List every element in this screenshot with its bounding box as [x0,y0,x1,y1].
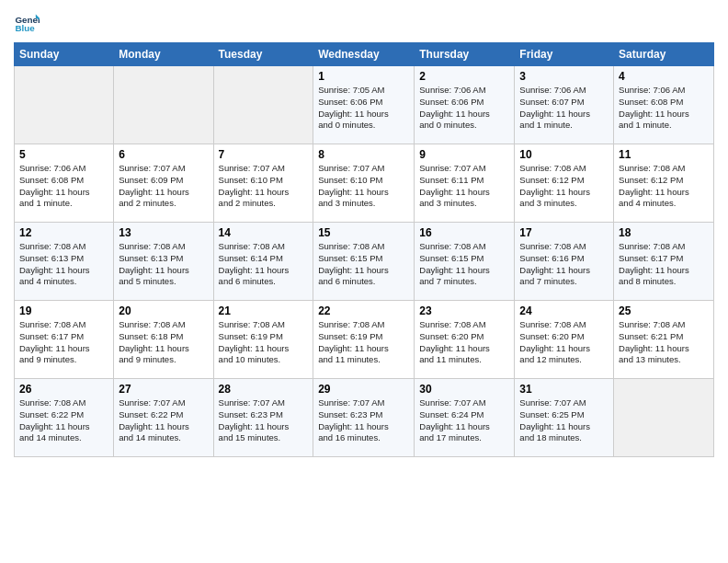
header-row: SundayMondayTuesdayWednesdayThursdayFrid… [15,43,714,66]
day-cell: 26Sunrise: 7:08 AM Sunset: 6:22 PM Dayli… [15,379,114,457]
day-number: 6 [119,148,208,161]
day-number: 22 [318,304,409,317]
day-info: Sunrise: 7:06 AM Sunset: 6:08 PM Dayligh… [19,163,108,210]
day-number: 29 [318,383,409,396]
day-cell: 7Sunrise: 7:07 AM Sunset: 6:10 PM Daylig… [213,144,313,223]
day-info: Sunrise: 7:08 AM Sunset: 6:20 PM Dayligh… [419,319,509,366]
day-cell: 13Sunrise: 7:08 AM Sunset: 6:13 PM Dayli… [114,223,213,301]
day-info: Sunrise: 7:08 AM Sunset: 6:19 PM Dayligh… [219,319,309,366]
day-number: 31 [519,383,609,396]
week-row-3: 19Sunrise: 7:08 AM Sunset: 6:17 PM Dayli… [15,301,714,379]
day-info: Sunrise: 7:08 AM Sunset: 6:17 PM Dayligh… [619,241,709,288]
day-cell: 23Sunrise: 7:08 AM Sunset: 6:20 PM Dayli… [415,301,515,379]
header-cell-saturday: Saturday [614,43,714,66]
logo-icon: General Blue [14,9,40,35]
day-info: Sunrise: 7:08 AM Sunset: 6:16 PM Dayligh… [519,241,609,288]
header-cell-tuesday: Tuesday [213,43,313,66]
day-info: Sunrise: 7:06 AM Sunset: 6:07 PM Dayligh… [519,85,609,132]
calendar-header: SundayMondayTuesdayWednesdayThursdayFrid… [15,43,714,66]
day-cell: 8Sunrise: 7:07 AM Sunset: 6:10 PM Daylig… [313,144,415,223]
day-info: Sunrise: 7:08 AM Sunset: 6:14 PM Dayligh… [219,241,309,288]
day-info: Sunrise: 7:07 AM Sunset: 6:23 PM Dayligh… [318,397,409,444]
day-number: 13 [119,226,208,239]
day-cell [114,66,213,144]
day-number: 12 [19,226,108,239]
day-info: Sunrise: 7:07 AM Sunset: 6:10 PM Dayligh… [219,163,309,210]
day-cell: 30Sunrise: 7:07 AM Sunset: 6:24 PM Dayli… [415,379,515,457]
day-cell [213,66,313,144]
day-cell: 11Sunrise: 7:08 AM Sunset: 6:12 PM Dayli… [614,144,714,223]
day-cell: 20Sunrise: 7:08 AM Sunset: 6:18 PM Dayli… [114,301,213,379]
day-cell: 4Sunrise: 7:06 AM Sunset: 6:08 PM Daylig… [614,66,714,144]
day-cell: 14Sunrise: 7:08 AM Sunset: 6:14 PM Dayli… [213,223,313,301]
day-number: 17 [519,226,609,239]
day-number: 26 [19,383,108,396]
day-cell: 17Sunrise: 7:08 AM Sunset: 6:16 PM Dayli… [515,223,614,301]
day-cell: 3Sunrise: 7:06 AM Sunset: 6:07 PM Daylig… [515,66,614,144]
day-number: 23 [419,304,509,317]
header-cell-sunday: Sunday [15,43,114,66]
header-cell-friday: Friday [515,43,614,66]
day-info: Sunrise: 7:08 AM Sunset: 6:13 PM Dayligh… [119,241,208,288]
page-header: General Blue [14,9,714,35]
day-info: Sunrise: 7:07 AM Sunset: 6:09 PM Dayligh… [119,163,208,210]
day-info: Sunrise: 7:08 AM Sunset: 6:22 PM Dayligh… [19,397,108,444]
day-cell: 10Sunrise: 7:08 AM Sunset: 6:12 PM Dayli… [515,144,614,223]
day-info: Sunrise: 7:08 AM Sunset: 6:13 PM Dayligh… [19,241,108,288]
day-info: Sunrise: 7:08 AM Sunset: 6:12 PM Dayligh… [519,163,609,210]
day-number: 21 [219,304,309,317]
day-cell: 22Sunrise: 7:08 AM Sunset: 6:19 PM Dayli… [313,301,415,379]
day-cell: 28Sunrise: 7:07 AM Sunset: 6:23 PM Dayli… [213,379,313,457]
day-info: Sunrise: 7:07 AM Sunset: 6:24 PM Dayligh… [419,397,509,444]
day-cell: 2Sunrise: 7:06 AM Sunset: 6:06 PM Daylig… [415,66,515,144]
day-number: 8 [318,148,409,161]
day-info: Sunrise: 7:08 AM Sunset: 6:20 PM Dayligh… [519,319,609,366]
day-cell: 9Sunrise: 7:07 AM Sunset: 6:11 PM Daylig… [415,144,515,223]
day-number: 14 [219,226,309,239]
header-cell-thursday: Thursday [415,43,515,66]
day-cell: 25Sunrise: 7:08 AM Sunset: 6:21 PM Dayli… [614,301,714,379]
day-cell: 19Sunrise: 7:08 AM Sunset: 6:17 PM Dayli… [15,301,114,379]
week-row-4: 26Sunrise: 7:08 AM Sunset: 6:22 PM Dayli… [15,379,714,457]
day-cell: 18Sunrise: 7:08 AM Sunset: 6:17 PM Dayli… [614,223,714,301]
day-number: 9 [419,148,509,161]
week-row-1: 5Sunrise: 7:06 AM Sunset: 6:08 PM Daylig… [15,144,714,223]
day-cell: 21Sunrise: 7:08 AM Sunset: 6:19 PM Dayli… [213,301,313,379]
day-cell: 27Sunrise: 7:07 AM Sunset: 6:22 PM Dayli… [114,379,213,457]
day-number: 4 [619,70,709,83]
day-number: 5 [19,148,108,161]
day-info: Sunrise: 7:07 AM Sunset: 6:10 PM Dayligh… [318,163,409,210]
calendar-body: 1Sunrise: 7:05 AM Sunset: 6:06 PM Daylig… [15,66,714,457]
day-cell: 5Sunrise: 7:06 AM Sunset: 6:08 PM Daylig… [15,144,114,223]
day-number: 28 [219,383,309,396]
day-info: Sunrise: 7:08 AM Sunset: 6:17 PM Dayligh… [19,319,108,366]
day-info: Sunrise: 7:06 AM Sunset: 6:08 PM Dayligh… [619,85,709,132]
day-info: Sunrise: 7:05 AM Sunset: 6:06 PM Dayligh… [318,85,409,132]
week-row-0: 1Sunrise: 7:05 AM Sunset: 6:06 PM Daylig… [15,66,714,144]
day-cell [15,66,114,144]
day-number: 25 [619,304,709,317]
day-info: Sunrise: 7:08 AM Sunset: 6:18 PM Dayligh… [119,319,208,366]
header-cell-monday: Monday [114,43,213,66]
day-info: Sunrise: 7:07 AM Sunset: 6:23 PM Dayligh… [219,397,309,444]
day-info: Sunrise: 7:07 AM Sunset: 6:11 PM Dayligh… [419,163,509,210]
day-info: Sunrise: 7:08 AM Sunset: 6:15 PM Dayligh… [318,241,409,288]
week-row-2: 12Sunrise: 7:08 AM Sunset: 6:13 PM Dayli… [15,223,714,301]
day-number: 11 [619,148,709,161]
day-cell: 15Sunrise: 7:08 AM Sunset: 6:15 PM Dayli… [313,223,415,301]
day-cell: 6Sunrise: 7:07 AM Sunset: 6:09 PM Daylig… [114,144,213,223]
day-info: Sunrise: 7:08 AM Sunset: 6:12 PM Dayligh… [619,163,709,210]
day-number: 24 [519,304,609,317]
day-number: 10 [519,148,609,161]
calendar-table: SundayMondayTuesdayWednesdayThursdayFrid… [14,42,714,457]
day-cell: 31Sunrise: 7:07 AM Sunset: 6:25 PM Dayli… [515,379,614,457]
day-number: 30 [419,383,509,396]
day-cell: 1Sunrise: 7:05 AM Sunset: 6:06 PM Daylig… [313,66,415,144]
day-number: 20 [119,304,208,317]
day-cell: 24Sunrise: 7:08 AM Sunset: 6:20 PM Dayli… [515,301,614,379]
day-number: 16 [419,226,509,239]
day-cell: 16Sunrise: 7:08 AM Sunset: 6:15 PM Dayli… [415,223,515,301]
day-number: 2 [419,70,509,83]
day-cell: 29Sunrise: 7:07 AM Sunset: 6:23 PM Dayli… [313,379,415,457]
day-cell: 12Sunrise: 7:08 AM Sunset: 6:13 PM Dayli… [15,223,114,301]
